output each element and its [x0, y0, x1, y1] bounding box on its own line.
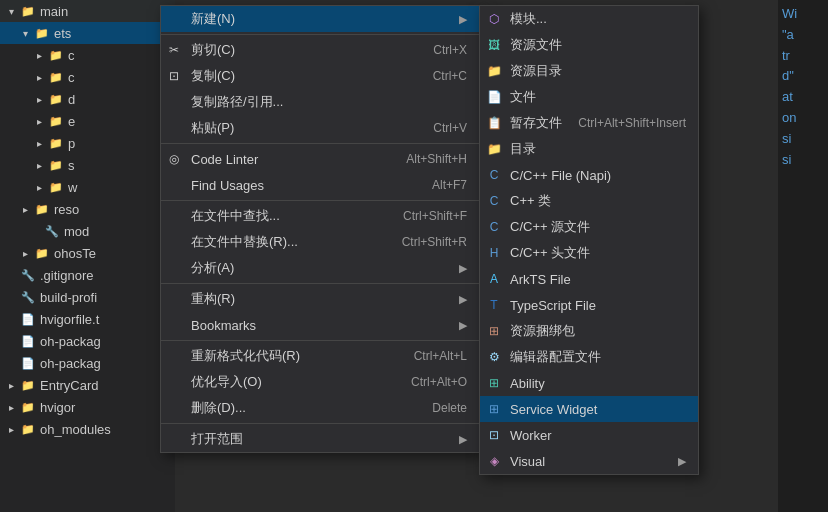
findinfiles-shortcut: Ctrl+Shift+F: [403, 209, 467, 223]
menu-separator-1: [161, 34, 479, 35]
tree-item-w[interactable]: ▸ 📁 w: [0, 176, 175, 198]
folder-icon: 📁: [34, 25, 50, 41]
tree-item-c1[interactable]: ▸ 📁 c: [0, 44, 175, 66]
replaceinfiles-shortcut: Ctrl+Shift+R: [402, 235, 467, 249]
submenu-resdir-label: 资源目录: [510, 62, 686, 80]
new-submenu: ⬡ 模块... 🖼 资源文件 📁 资源目录 📄 文件 📋 暂存文件 Ctrl+A…: [479, 5, 699, 475]
menu-item-openscope-label: 打开范围: [191, 430, 451, 448]
paste-shortcut: Ctrl+V: [433, 121, 467, 135]
tree-item-ohmodules[interactable]: ▸ 📁 oh_modules: [0, 418, 175, 440]
submenu-item-tmpfile[interactable]: 📋 暂存文件 Ctrl+Alt+Shift+Insert: [480, 110, 698, 136]
tree-item-main[interactable]: ▾ 📁 main: [0, 0, 175, 22]
folder-icon: 📁: [48, 113, 64, 129]
tree-item-label: c: [68, 70, 75, 85]
menu-item-copypath-label: 复制路径/引用...: [191, 93, 467, 111]
submenu-item-worker[interactable]: ⊡ Worker: [480, 422, 698, 448]
submenu-item-resbundle[interactable]: ⊞ 资源捆绑包: [480, 318, 698, 344]
cut-shortcut: Ctrl+X: [433, 43, 467, 57]
submenu-visual-label: Visual: [510, 454, 670, 469]
submenu-item-cppclass[interactable]: C C++ 类: [480, 188, 698, 214]
submenu-dir-label: 目录: [510, 140, 686, 158]
submenu-item-dir[interactable]: 📁 目录: [480, 136, 698, 162]
folder-icon: 📁: [48, 135, 64, 151]
tree-item-d[interactable]: ▸ 📁 d: [0, 88, 175, 110]
code-editor: Wi"atrd"atonsisi: [778, 0, 828, 512]
tree-item-label: w: [68, 180, 77, 195]
tree-item-ohoste[interactable]: ▸ 📁 ohosTe: [0, 242, 175, 264]
menu-item-analyze[interactable]: 分析(A) ▶: [161, 255, 479, 281]
tree-item-reso[interactable]: ▸ 📁 reso: [0, 198, 175, 220]
code-text: Wi"atrd"atonsisi: [778, 0, 828, 174]
menu-item-bookmarks[interactable]: Bookmarks ▶: [161, 312, 479, 338]
resdir-icon: 📁: [486, 63, 502, 79]
editorcfg-icon: ⚙: [486, 349, 502, 365]
tree-item-buildprofile[interactable]: ▸ 🔧 build-profi: [0, 286, 175, 308]
dir-icon: 📁: [486, 141, 502, 157]
tree-item-c2[interactable]: ▸ 📁 c: [0, 66, 175, 88]
tree-item-label: ets: [54, 26, 71, 41]
delete-shortcut: Delete: [432, 401, 467, 415]
submenu-item-typescript[interactable]: T TypeScript File: [480, 292, 698, 318]
menu-item-bookmarks-label: Bookmarks: [191, 318, 451, 333]
context-menu: 新建(N) ▶ ✂ 剪切(C) Ctrl+X ⊡ 复制(C) Ctrl+C 复制…: [160, 5, 480, 453]
tree-item-label: build-profi: [40, 290, 97, 305]
menu-item-optimizeimports[interactable]: 优化导入(O) Ctrl+Alt+O: [161, 369, 479, 395]
submenu-item-cppsrc[interactable]: C C/C++ 源文件: [480, 214, 698, 240]
submenu-resfile-label: 资源文件: [510, 36, 686, 54]
submenu-file-label: 文件: [510, 88, 686, 106]
expand-arrow: ▸: [32, 158, 46, 172]
tree-item-hvigorfile[interactable]: ▸ 📄 hvigorfile.t: [0, 308, 175, 330]
tree-item-hvigor[interactable]: ▸ 📁 hvigor: [0, 396, 175, 418]
submenu-item-visual[interactable]: ◈ Visual ▶: [480, 448, 698, 474]
submenu-item-arkts[interactable]: A ArkTS File: [480, 266, 698, 292]
menu-item-replaceinfiles[interactable]: 在文件中替换(R)... Ctrl+Shift+R: [161, 229, 479, 255]
expand-arrow: ▾: [18, 26, 32, 40]
menu-item-copypath[interactable]: 复制路径/引用...: [161, 89, 479, 115]
tree-item-label: oh_modules: [40, 422, 111, 437]
visual-arrow-icon: ▶: [678, 455, 686, 468]
menu-item-refactor[interactable]: 重构(R) ▶: [161, 286, 479, 312]
tree-item-ohpackage2[interactable]: ▸ 📄 oh-packag: [0, 352, 175, 374]
menu-item-delete[interactable]: 删除(D)... Delete: [161, 395, 479, 421]
tree-item-gitignore[interactable]: ▸ 🔧 .gitignore: [0, 264, 175, 286]
submenu-servicewidget-label: Service Widget: [510, 402, 686, 417]
menu-item-copy[interactable]: ⊡ 复制(C) Ctrl+C: [161, 63, 479, 89]
submenu-item-file[interactable]: 📄 文件: [480, 84, 698, 110]
tree-item-mod[interactable]: ▸ 🔧 mod: [0, 220, 175, 242]
menu-item-openscope[interactable]: 打开范围 ▶: [161, 426, 479, 452]
submenu-item-module[interactable]: ⬡ 模块...: [480, 6, 698, 32]
menu-separator-5: [161, 340, 479, 341]
submenu-item-servicewidget[interactable]: ⊞ Service Widget: [480, 396, 698, 422]
submenu-worker-label: Worker: [510, 428, 686, 443]
tree-item-p[interactable]: ▸ 📁 p: [0, 132, 175, 154]
menu-item-linter[interactable]: ◎ Code Linter Alt+Shift+H: [161, 146, 479, 172]
file-icon: 📄: [20, 333, 36, 349]
resfile-icon: 🖼: [486, 37, 502, 53]
tree-item-entrycard[interactable]: ▸ 📁 EntryCard: [0, 374, 175, 396]
menu-item-findusages-label: Find Usages: [191, 178, 412, 193]
submenu-item-cppheader[interactable]: H C/C++ 头文件: [480, 240, 698, 266]
menu-item-optimizeimports-label: 优化导入(O): [191, 373, 391, 391]
menu-item-new[interactable]: 新建(N) ▶: [161, 6, 479, 32]
tree-item-label: p: [68, 136, 75, 151]
submenu-item-resdir[interactable]: 📁 资源目录: [480, 58, 698, 84]
copy-icon: ⊡: [169, 69, 179, 83]
tree-item-label: EntryCard: [40, 378, 99, 393]
menu-item-reformat[interactable]: 重新格式化代码(R) Ctrl+Alt+L: [161, 343, 479, 369]
tree-item-ets[interactable]: ▾ 📁 ets: [0, 22, 175, 44]
folder-icon: 📁: [48, 47, 64, 63]
tree-item-s[interactable]: ▸ 📁 s: [0, 154, 175, 176]
tree-item-ohpackage1[interactable]: ▸ 📄 oh-packag: [0, 330, 175, 352]
menu-item-findinfiles[interactable]: 在文件中查找... Ctrl+Shift+F: [161, 203, 479, 229]
submenu-item-ability[interactable]: ⊞ Ability: [480, 370, 698, 396]
tree-item-e[interactable]: ▸ 📁 e: [0, 110, 175, 132]
menu-item-cut[interactable]: ✂ 剪切(C) Ctrl+X: [161, 37, 479, 63]
menu-separator-4: [161, 283, 479, 284]
menu-item-paste[interactable]: 粘贴(P) Ctrl+V: [161, 115, 479, 141]
submenu-item-resfile[interactable]: 🖼 资源文件: [480, 32, 698, 58]
folder-icon: 📁: [34, 201, 50, 217]
menu-item-findusages[interactable]: Find Usages Alt+F7: [161, 172, 479, 198]
folder-icon: 📁: [20, 421, 36, 437]
submenu-item-editorcfg[interactable]: ⚙ 编辑器配置文件: [480, 344, 698, 370]
submenu-item-cppnapi[interactable]: C C/C++ File (Napi): [480, 162, 698, 188]
